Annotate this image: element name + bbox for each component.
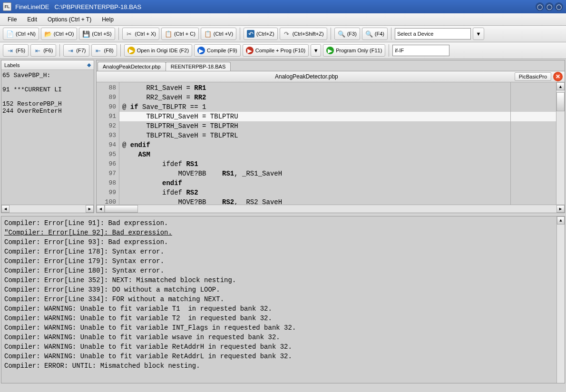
window-close-icon[interactable]: ◯ <box>555 2 563 11</box>
copy-button[interactable]: 📋(Ctrl + C) <box>161 28 199 40</box>
copy-icon: 📋 <box>165 30 172 38</box>
output-panel[interactable]: Compiler: Error[Line 91]: Bad expression… <box>1 216 565 383</box>
output-vscroll[interactable]: ▲ <box>556 216 565 383</box>
separator <box>120 44 121 57</box>
save-button[interactable]: 💾(Ctrl +S) <box>79 28 115 40</box>
output-line[interactable]: Compiler: Error[Line 93]: Bad expression… <box>4 237 562 247</box>
separator <box>389 44 389 57</box>
redo-button[interactable]: ↷(Ctrl+Shift+Z) <box>280 28 327 40</box>
editor-vscroll[interactable]: ▲ <box>556 82 565 205</box>
scroll-thumb[interactable] <box>556 92 565 111</box>
output-line[interactable]: Compiler: WARNING: Unable to fit variabl… <box>4 314 562 323</box>
editor-tab[interactable]: AnalogPeakDetector.pbp <box>98 62 166 71</box>
step-f6-button[interactable]: ⇤(F6) <box>30 44 56 57</box>
step-f7-button[interactable]: ⇥(F7) <box>63 44 89 57</box>
step-f5-button[interactable]: ⇥(F5) <box>3 44 29 57</box>
play-blue-icon: ▶ <box>197 47 205 54</box>
output-line[interactable]: Compiler: Error[Line 352]: NEXT: Mismatc… <box>4 275 562 285</box>
device-select[interactable] <box>395 28 471 39</box>
play-green-icon: ▶ <box>326 47 334 54</box>
separator <box>118 28 119 40</box>
output-line[interactable]: Compiler: Error[Line 334]: FOR without a… <box>4 294 562 304</box>
scroll-right-icon[interactable]: ► <box>556 205 565 213</box>
step-into-icon: ⇥ <box>6 47 14 54</box>
menubar: File Edit Options (Ctrl + T) Help <box>0 13 566 26</box>
labels-list[interactable]: 65 SavePBP_H: 91 ***CURRENT LI 152 Resto… <box>1 70 94 205</box>
menu-file[interactable]: File <box>3 15 21 24</box>
labels-hscroll[interactable]: ◄ ► <box>1 205 94 213</box>
app-logo-icon: FL <box>3 2 11 11</box>
find-next-icon: 🔍 <box>365 30 373 38</box>
chevron-down-icon: ▼ <box>476 31 481 37</box>
output-line[interactable]: Compiler: WARNING: Unable to fit variabl… <box>4 304 562 314</box>
labels-sort-icon[interactable]: ◆ <box>87 62 91 68</box>
output-line[interactable]: Compiler: WARNING: Unable to fit variabl… <box>4 352 562 361</box>
output-line[interactable]: Compiler: Error[Line 339]: DO without a … <box>4 285 562 294</box>
new-button[interactable]: 📄(Ctrl +N) <box>3 28 39 40</box>
compile-prog-button[interactable]: ▶Compile + Prog (F10) <box>243 44 309 57</box>
menu-edit[interactable]: Edit <box>22 15 42 24</box>
output-line[interactable]: Compiler: Error[Line 178]: Syntax error. <box>4 247 562 256</box>
find-button[interactable]: 🔍(F3) <box>334 28 360 40</box>
undo-button[interactable]: ↶(Ctrl+Z) <box>244 28 278 40</box>
save-icon: 💾 <box>82 30 90 38</box>
output-line[interactable]: Compiler: WARNING: Unable to fit variabl… <box>4 323 562 333</box>
code-content[interactable]: RR1_SaveH = RR1 RR2_SaveH = RR2@ if Save… <box>119 82 556 205</box>
close-document-button[interactable]: ✕ <box>553 72 563 81</box>
open-button[interactable]: 📂(Ctrl +O) <box>41 28 77 40</box>
editor-area: AnalogPeakDetector.pbpREENTERPBP-18.BAS … <box>96 60 565 213</box>
code-editor[interactable]: 888990919293949596979899100 RR1_SaveH = … <box>97 82 565 205</box>
scroll-right-icon[interactable]: ► <box>86 205 94 213</box>
print-margin <box>510 82 511 205</box>
step-f8-button[interactable]: ⇤(F8) <box>91 44 117 57</box>
program-only-button[interactable]: ▶Program Only (F11) <box>323 44 385 57</box>
cut-icon: ✂ <box>126 30 133 38</box>
cut-button[interactable]: ✂(Ctrl + X) <box>122 28 159 40</box>
search-input[interactable] <box>392 45 449 56</box>
step-run-icon: ⇤ <box>95 47 102 54</box>
output-line[interactable]: Compiler: ERROR: UNTIL: Mismatched block… <box>4 361 562 371</box>
chevron-down-icon: ▼ <box>313 48 319 53</box>
new-file-icon: 📄 <box>6 30 14 38</box>
language-badge[interactable]: PicBasicPro <box>515 72 551 81</box>
step-over-icon: ⇤ <box>34 47 41 54</box>
window-min-icon[interactable]: ◯ <box>536 2 544 11</box>
scroll-up-icon[interactable]: ▲ <box>557 216 565 225</box>
paste-icon: 📋 <box>204 30 212 38</box>
window-max-icon[interactable]: ◯ <box>545 2 554 11</box>
menu-options[interactable]: Options (Ctrl + T) <box>43 15 96 24</box>
menu-help[interactable]: Help <box>97 15 118 24</box>
toolbar-row-2: ⇥(F5) ⇤(F6) ⇥(F7) ⇤(F8) ▶Open in Origi I… <box>0 42 566 59</box>
titlebar: FL FineLineIDE C:\PBP\REENTERPBP-18.BAS … <box>0 0 566 13</box>
compile-dropdown[interactable]: ▼ <box>311 44 321 57</box>
scroll-up-icon[interactable]: ▲ <box>556 82 565 90</box>
output-line[interactable]: Compiler: WARNING: Unable to fit variabl… <box>4 333 562 342</box>
play-yellow-icon: ▶ <box>127 47 135 54</box>
output-line[interactable]: Compiler: Error[Line 179]: Syntax error. <box>4 256 562 266</box>
labels-panel: Labels ◆ 65 SavePBP_H: 91 ***CURRENT LI … <box>1 60 94 213</box>
line-gutter: 888990919293949596979899100 <box>97 82 119 205</box>
output-line[interactable]: Compiler: WARNING: Unable to fit variabl… <box>4 342 562 352</box>
output-line[interactable]: Compiler: Error[Line 180]: Syntax error. <box>4 266 562 275</box>
compile-button[interactable]: ▶Compile (F9) <box>194 44 241 57</box>
tab-strip: AnalogPeakDetector.pbpREENTERPBP-18.BAS <box>97 60 565 71</box>
separator <box>59 44 60 57</box>
step-out-icon: ⇥ <box>67 47 74 54</box>
editor-tab[interactable]: REENTERPBP-18.BAS <box>166 62 231 71</box>
play-red-icon: ▶ <box>246 47 254 54</box>
output-line[interactable]: Compiler: Error[Line 91]: Bad expression… <box>4 218 562 228</box>
findnext-button[interactable]: 🔍(F4) <box>362 28 388 40</box>
document-title: AnalogPeakDetector.pbp <box>98 73 515 80</box>
find-icon: 🔍 <box>338 30 345 38</box>
scroll-thumb[interactable] <box>105 205 138 213</box>
scroll-left-icon[interactable]: ◄ <box>97 205 105 213</box>
separator <box>391 28 391 40</box>
scroll-left-icon[interactable]: ◄ <box>1 205 10 213</box>
device-dropdown-button[interactable]: ▼ <box>473 28 484 40</box>
labels-panel-header[interactable]: Labels ◆ <box>1 60 94 70</box>
editor-hscroll[interactable]: ◄ ► <box>97 205 565 213</box>
paste-button[interactable]: 📋(Ctrl +V) <box>201 28 236 40</box>
toolbar-row-1: 📄(Ctrl +N) 📂(Ctrl +O) 💾(Ctrl +S) ✂(Ctrl … <box>0 26 566 42</box>
output-line[interactable]: "Compiler: Error[Line 92]: Bad expressio… <box>4 228 562 237</box>
open-external-button[interactable]: ▶Open in Origi IDE (F2) <box>124 44 192 57</box>
